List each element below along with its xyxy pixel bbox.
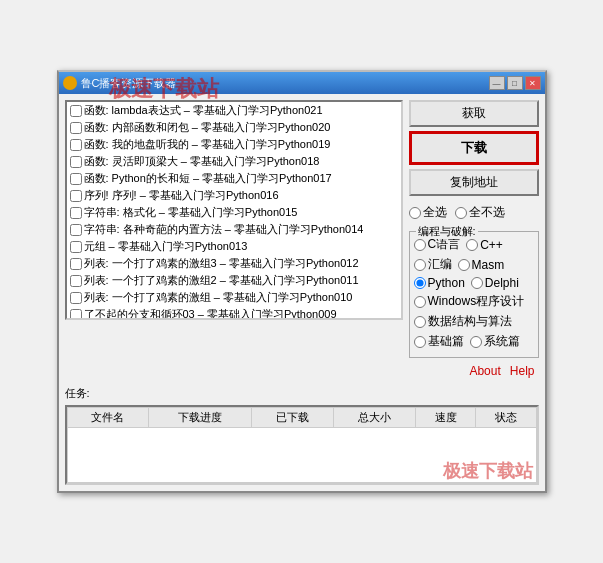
list-item[interactable]: 列表: 一个打了鸡素的激组 – 零基础入门学习Python010 <box>67 289 401 306</box>
list-item-checkbox-3[interactable] <box>70 156 82 168</box>
select-all-label[interactable]: 全选 <box>409 204 447 221</box>
lang-asm-label[interactable]: 汇编 <box>414 256 452 273</box>
list-item-text-1: 函数: 内部函数和闭包 – 零基础入门学习Python020 <box>84 120 331 135</box>
list-item-checkbox-2[interactable] <box>70 139 82 151</box>
list-item-checkbox-7[interactable] <box>70 224 82 236</box>
list-item[interactable]: 函数: Python的长和短 – 零基础入门学习Python017 <box>67 170 401 187</box>
list-item-text-12: 了不起的分支和循环03 – 零基础入门学习Python009 <box>84 307 337 320</box>
minimize-button[interactable]: — <box>489 76 505 90</box>
window-title: 鲁C播客资源下载器 <box>81 76 489 91</box>
list-item-checkbox-8[interactable] <box>70 241 82 253</box>
lang-delphi-radio[interactable] <box>471 277 483 289</box>
top-section: 函数: lambda表达式 – 零基础入门学习Python021函数: 内部函数… <box>65 100 539 380</box>
list-item[interactable]: 了不起的分支和循环03 – 零基础入门学习Python009 <box>67 306 401 320</box>
list-item-checkbox-10[interactable] <box>70 275 82 287</box>
list-item-checkbox-4[interactable] <box>70 173 82 185</box>
list-item-checkbox-5[interactable] <box>70 190 82 202</box>
list-item-text-11: 列表: 一个打了鸡素的激组 – 零基础入门学习Python010 <box>84 290 353 305</box>
lang-python-text: Python <box>428 276 465 290</box>
lang-delphi-label[interactable]: Delphi <box>471 276 519 290</box>
lang-cpp-label[interactable]: C++ <box>466 238 503 252</box>
titlebar: 鲁C播客资源下载器 — □ ✕ <box>59 72 545 94</box>
maximize-button[interactable]: □ <box>507 76 523 90</box>
list-item-text-8: 元组 – 零基础入门学习Python013 <box>84 239 248 254</box>
lang-windows-radio[interactable] <box>414 296 426 308</box>
lang-python-radio[interactable] <box>414 277 426 289</box>
deselect-all-radio[interactable] <box>455 207 467 219</box>
list-item-text-5: 序列! 序列! – 零基础入门学习Python016 <box>84 188 279 203</box>
lang-asm-radio[interactable] <box>414 259 426 271</box>
list-item-text-10: 列表: 一个打了鸡素的激组2 – 零基础入门学习Python011 <box>84 273 359 288</box>
lang-c-radio[interactable] <box>414 239 426 251</box>
lang-dsa-label[interactable]: 数据结构与算法 <box>414 313 512 330</box>
lang-cpp-radio[interactable] <box>466 239 478 251</box>
lang-python-label[interactable]: Python <box>414 276 465 290</box>
list-item[interactable]: 函数: 我的地盘听我的 – 零基础入门学习Python019 <box>67 136 401 153</box>
lang-row-4: Windows程序设计 <box>414 293 534 310</box>
lang-basic-text: 基础篇 <box>428 333 464 350</box>
list-item-checkbox-1[interactable] <box>70 122 82 134</box>
about-link[interactable]: About <box>469 364 500 378</box>
list-item-checkbox-6[interactable] <box>70 207 82 219</box>
lang-masm-label[interactable]: Masm <box>458 258 505 272</box>
list-item[interactable]: 列表: 一个打了鸡素的激组3 – 零基础入门学习Python012 <box>67 255 401 272</box>
col-status: 状态 <box>476 408 536 428</box>
list-item-text-9: 列表: 一个打了鸡素的激组3 – 零基础入门学习Python012 <box>84 256 359 271</box>
task-empty-cell <box>67 428 536 483</box>
list-item-checkbox-11[interactable] <box>70 292 82 304</box>
list-item[interactable]: 函数: 内部函数和闭包 – 零基础入门学习Python020 <box>67 119 401 136</box>
col-progress: 下载进度 <box>149 408 252 428</box>
lang-asm-text: 汇编 <box>428 256 452 273</box>
lang-delphi-text: Delphi <box>485 276 519 290</box>
deselect-all-label[interactable]: 全不选 <box>455 204 505 221</box>
list-item-text-0: 函数: lambda表达式 – 零基础入门学习Python021 <box>84 103 323 118</box>
list-item[interactable]: 函数: lambda表达式 – 零基础入门学习Python021 <box>67 102 401 119</box>
task-table-header-row: 文件名 下载进度 已下载 总大小 速度 状态 <box>67 408 536 428</box>
copy-url-button[interactable]: 复制地址 <box>409 169 539 196</box>
list-item-text-4: 函数: Python的长和短 – 零基础入门学习Python017 <box>84 171 332 186</box>
fetch-button[interactable]: 获取 <box>409 100 539 127</box>
list-item[interactable]: 序列! 序列! – 零基础入门学习Python016 <box>67 187 401 204</box>
lang-dsa-text: 数据结构与算法 <box>428 313 512 330</box>
list-item[interactable]: 字符串: 格式化 – 零基础入门学习Python015 <box>67 204 401 221</box>
lang-dsa-radio[interactable] <box>414 316 426 328</box>
lang-masm-text: Masm <box>472 258 505 272</box>
app-icon <box>63 76 77 90</box>
window-controls: — □ ✕ <box>489 76 541 90</box>
list-item-checkbox-0[interactable] <box>70 105 82 117</box>
list-item-text-7: 字符串: 各种奇葩的内置方法 – 零基础入门学习Python014 <box>84 222 364 237</box>
list-item-checkbox-9[interactable] <box>70 258 82 270</box>
help-link[interactable]: Help <box>510 364 535 378</box>
select-all-text: 全选 <box>423 204 447 221</box>
lang-basic-label[interactable]: 基础篇 <box>414 333 464 350</box>
list-item[interactable]: 函数: 灵活即顶梁大 – 零基础入门学习Python018 <box>67 153 401 170</box>
select-row: 全选 全不选 <box>409 204 539 221</box>
lang-system-label[interactable]: 系统篇 <box>470 333 520 350</box>
main-window: 鲁C播客资源下载器 — □ ✕ 极速下载站 函数: lambda表达式 – 零基… <box>57 70 547 493</box>
list-item[interactable]: 元组 – 零基础入门学习Python013 <box>67 238 401 255</box>
close-button[interactable]: ✕ <box>525 76 541 90</box>
lang-row-3: Python Delphi <box>414 276 534 290</box>
lang-windows-text: Windows程序设计 <box>428 293 525 310</box>
lang-system-radio[interactable] <box>470 336 482 348</box>
list-item[interactable]: 列表: 一个打了鸡素的激组2 – 零基础入门学习Python011 <box>67 272 401 289</box>
list-item-text-3: 函数: 灵活即顶梁大 – 零基础入门学习Python018 <box>84 154 320 169</box>
lang-row-6: 基础篇 系统篇 <box>414 333 534 350</box>
task-section: 文件名 下载进度 已下载 总大小 速度 状态 <box>65 405 539 485</box>
lang-basic-radio[interactable] <box>414 336 426 348</box>
lang-masm-radio[interactable] <box>458 259 470 271</box>
list-item-text-6: 字符串: 格式化 – 零基础入门学习Python015 <box>84 205 298 220</box>
content-listbox[interactable]: 函数: lambda表达式 – 零基础入门学习Python021函数: 内部函数… <box>65 100 403 320</box>
listbox-inner: 函数: lambda表达式 – 零基础入门学习Python021函数: 内部函数… <box>67 102 401 320</box>
select-all-radio[interactable] <box>409 207 421 219</box>
main-content: 函数: lambda表达式 – 零基础入门学习Python021函数: 内部函数… <box>59 94 545 491</box>
task-label: 任务: <box>65 386 539 401</box>
list-item-checkbox-12[interactable] <box>70 309 82 321</box>
list-item[interactable]: 字符串: 各种奇葩的内置方法 – 零基础入门学习Python014 <box>67 221 401 238</box>
download-button[interactable]: 下载 <box>409 131 539 165</box>
col-speed: 速度 <box>415 408 475 428</box>
task-table: 文件名 下载进度 已下载 总大小 速度 状态 <box>67 407 537 483</box>
lang-windows-label[interactable]: Windows程序设计 <box>414 293 525 310</box>
lang-row-2: 汇编 Masm <box>414 256 534 273</box>
about-help-section: About Help <box>409 362 539 380</box>
